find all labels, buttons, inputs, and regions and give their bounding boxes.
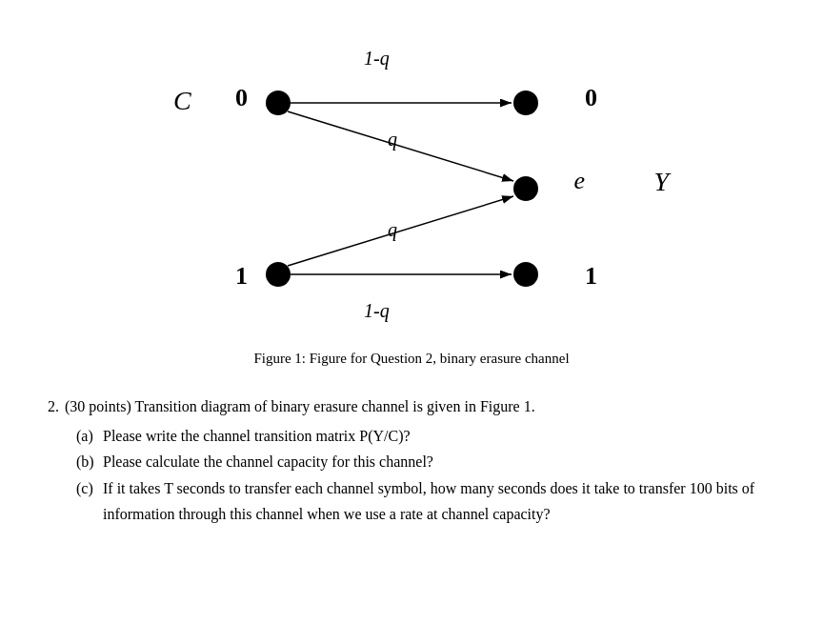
sub-q-a-text: Please write the channel transition matr…: [103, 423, 775, 449]
sub-q-c-label: (c): [76, 475, 97, 527]
figure-caption: Figure 1: Figure for Question 2, binary …: [253, 351, 569, 367]
question-number: 2. (30 points) Transition diagram of bin…: [48, 393, 775, 419]
output-1-label: 1: [585, 262, 597, 291]
sub-question-a: (a) Please write the channel transition …: [76, 423, 775, 449]
question-section: 2. (30 points) Transition diagram of bin…: [38, 393, 785, 527]
output-node-0: [513, 91, 538, 115]
sub-q-b-label: (b): [76, 449, 97, 474]
sub-q-a-label: (a): [76, 423, 97, 449]
sub-question-c: (c) If it takes T seconds to transfer ea…: [76, 475, 775, 527]
prob-top-cross: q: [388, 129, 397, 151]
label-y: Y: [653, 167, 669, 197]
arrow-1-to-e: [288, 196, 513, 266]
sub-questions: (a) Please write the channel transition …: [76, 423, 775, 527]
output-node-e: [513, 176, 538, 201]
output-0-label: 0: [585, 84, 597, 112]
sub-question-b: (b) Please calculate the channel capacit…: [76, 449, 775, 474]
input-1-label: 1: [235, 262, 248, 291]
diagram-svg: [145, 19, 678, 343]
figure-container: C Y 0 1 0 e 1 1-q q q 1-q Figure 1: Figu…: [38, 19, 785, 384]
input-0-label: 0: [235, 84, 248, 112]
output-e-label: e: [573, 167, 585, 195]
diagram-wrapper: C Y 0 1 0 e 1 1-q q q 1-q: [145, 19, 678, 343]
output-node-1: [513, 262, 538, 287]
sub-q-c-text: If it takes T seconds to transfer each c…: [103, 475, 775, 527]
input-node-1: [266, 262, 291, 287]
question-text: (30 points) Transition diagram of binary…: [65, 393, 535, 419]
question-num-label: 2.: [48, 393, 59, 419]
sub-q-b-text: Please calculate the channel capacity fo…: [103, 449, 775, 474]
label-c: C: [173, 86, 191, 116]
input-node-0: [266, 91, 291, 115]
arrow-0-to-e: [288, 111, 513, 181]
prob-bottom-cross: q: [388, 219, 397, 241]
prob-top-straight: 1-q: [364, 48, 390, 70]
prob-bottom-straight: 1-q: [364, 300, 390, 322]
